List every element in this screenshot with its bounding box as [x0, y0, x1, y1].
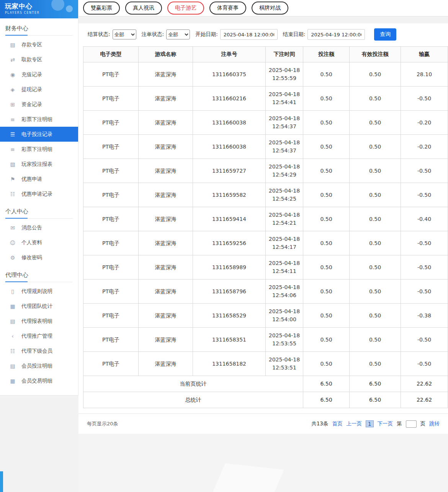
- next-page-link[interactable]: 下一页: [378, 420, 393, 427]
- settle-status-select[interactable]: 全部: [113, 29, 136, 39]
- agent-report-icon: ▤: [9, 318, 16, 324]
- table-cell: 湛蓝深海: [139, 231, 193, 255]
- sidebar-item-label: 资金记录: [21, 101, 42, 108]
- table-cell: PT电子: [83, 352, 139, 376]
- table-cell: 2025-04-18 12:53:51: [266, 352, 303, 376]
- per-page-label: 每页显示20条: [87, 420, 118, 427]
- sidebar-item-agent-rules[interactable]: ▯代理规则说明: [0, 284, 78, 299]
- lottery-bet-detail-icon: ≡: [9, 116, 16, 123]
- table-cell: 湛蓝深海: [139, 304, 193, 328]
- sidebar-item-withdraw[interactable]: ⇄取款专区: [0, 52, 78, 67]
- table-cell: 湛蓝深海: [139, 207, 193, 231]
- tab-live-video[interactable]: 真人视讯: [125, 2, 162, 15]
- section-title: 代理中心: [5, 268, 73, 282]
- withdraw-icon: ⇄: [9, 57, 16, 63]
- table-cell: -0.50: [401, 231, 448, 255]
- sidebar-item-agent-promotion[interactable]: ‹代理推广管理: [0, 329, 78, 343]
- sidebar-item-recharge-records[interactable]: ◉充值记录: [0, 67, 78, 82]
- table-cell: 2025-04-18 12:54:41: [266, 87, 303, 111]
- sidebar-item-label: 代理规则说明: [21, 288, 52, 295]
- sidebar-item-agent-report-details[interactable]: ▤代理报表明细: [0, 314, 78, 329]
- current-page[interactable]: 1: [366, 420, 374, 427]
- sidebar-item-funds-records[interactable]: ⊞资金记录: [0, 97, 78, 112]
- electronic-bet-record-icon: ☰: [9, 131, 16, 137]
- player-bet-report-icon: ▧: [9, 161, 16, 167]
- table-cell: 2025-04-18 12:55:59: [266, 62, 303, 87]
- promo-apply-icon: ⚑: [9, 176, 16, 182]
- sidebar-item-agent-team-stats[interactable]: ▦代理团队统计: [0, 299, 78, 314]
- tabs-bar: 雙赢彩票真人视讯电子游艺体育赛事棋牌对战: [78, 0, 448, 16]
- sidebar-item-player-bet-report[interactable]: ▧玩家投注报表: [0, 157, 78, 172]
- table-cell: 0.50: [350, 280, 401, 304]
- sidebar-item-promo-apply-records[interactable]: ☷优惠申请记录: [0, 186, 78, 201]
- sidebar-item-electronic-bet-records[interactable]: ☰电子投注记录: [0, 127, 78, 142]
- table-cell: -0.50: [401, 352, 448, 376]
- table-cell: -0.20: [401, 111, 448, 135]
- sidebar-item-profile[interactable]: ☺个人资料: [0, 235, 78, 250]
- column-header: 有效投注额: [350, 47, 401, 62]
- first-page-link[interactable]: 首页: [332, 420, 342, 427]
- table-cell: 2025-04-18 12:54:11: [266, 255, 303, 280]
- lottery-bet-detail-icon: ≡: [9, 146, 16, 152]
- tab-electronic-games[interactable]: 电子游艺: [167, 2, 204, 15]
- sidebar-item-agent-members[interactable]: ☷代理下级会员: [0, 343, 78, 358]
- settle-status-label: 结算状态:: [88, 31, 110, 38]
- table-cell: PT电子: [83, 255, 139, 280]
- table-cell: -0.38: [401, 304, 448, 328]
- bottom-space: [78, 434, 448, 492]
- sidebar-item-label: 消息公告: [21, 224, 42, 231]
- table-cell: PT电子: [83, 159, 139, 183]
- sidebar-item-change-password[interactable]: ⚙修改密码: [0, 250, 78, 265]
- page-jump-input[interactable]: [406, 420, 417, 428]
- watermark-shape: [202, 463, 284, 492]
- corner-decor: [0, 471, 3, 492]
- table-cell: PT电子: [83, 111, 139, 135]
- table-row: PT电子湛蓝深海13116602162025-04-18 12:54:410.5…: [83, 87, 448, 111]
- sidebar-item-member-bet-details[interactable]: ▤会员投注明细: [0, 358, 78, 373]
- end-date-input[interactable]: [307, 29, 365, 40]
- summary-value: 22.62: [401, 392, 448, 408]
- sidebar-section: 财务中心▤存款专区⇄取款专区◉充值记录◈提现记录⊞资金记录≡彩票下注明细☰电子投…: [0, 21, 78, 201]
- sidebar-item-label: 代理报表明细: [21, 318, 52, 325]
- sidebar-section: 代理中心▯代理规则说明▦代理团队统计▤代理报表明细‹代理推广管理☷代理下级会员▤…: [0, 268, 78, 388]
- table-cell: 0.50: [303, 183, 350, 207]
- sidebar-item-lottery-bet-details-2[interactable]: ≡彩票下注明细: [0, 142, 78, 157]
- sidebar: 玩家中心 PLAYERS CENTER 财务中心▤存款专区⇄取款专区◉充值记录◈…: [0, 0, 78, 396]
- column-header: 输赢: [401, 47, 448, 62]
- summary-row: 当前页统计6.506.5022.62: [83, 376, 448, 392]
- query-button[interactable]: 查询: [374, 28, 396, 41]
- sidebar-item-member-transactions[interactable]: ▦会员交易明细: [0, 373, 78, 388]
- table-cell: 0.50: [350, 328, 401, 352]
- start-date-input[interactable]: [220, 29, 278, 40]
- page-prefix: 第: [397, 420, 402, 427]
- table-cell: PT电子: [83, 304, 139, 328]
- order-status-label: 注单状态:: [142, 31, 164, 38]
- sidebar-item-deposit[interactable]: ▤存款专区: [0, 37, 78, 52]
- table-row: PT电子湛蓝深海13116589892025-04-18 12:54:110.5…: [83, 255, 448, 280]
- table-cell: -0.50: [401, 255, 448, 280]
- sidebar-item-withdrawal-records[interactable]: ◈提现记录: [0, 82, 78, 97]
- order-status-select[interactable]: 全部: [166, 29, 190, 39]
- sidebar-item-lottery-bet-details[interactable]: ≡彩票下注明细: [0, 112, 78, 127]
- deposit-icon: ▤: [9, 42, 16, 48]
- table-cell: 1311660038: [193, 135, 266, 159]
- tab-lottery[interactable]: 雙赢彩票: [83, 2, 120, 15]
- table-cell: 1311660038: [193, 111, 266, 135]
- table-row: PT电子湛蓝深海13116600382025-04-18 12:54:370.5…: [83, 111, 448, 135]
- sidebar-item-label: 电子投注记录: [21, 131, 52, 138]
- tab-board-games[interactable]: 棋牌对战: [252, 2, 288, 15]
- tab-sports[interactable]: 体育赛事: [209, 2, 246, 15]
- section-title: 个人中心: [5, 204, 73, 219]
- table-cell: 湛蓝深海: [139, 62, 193, 87]
- prev-page-link[interactable]: 上一页: [346, 420, 362, 427]
- column-header: 投注额: [303, 47, 350, 62]
- table-cell: 0.50: [350, 87, 401, 111]
- jump-link[interactable]: 跳转: [429, 420, 440, 427]
- table-cell: 2025-04-18 12:53:55: [266, 328, 303, 352]
- filter-panel: 结算状态: 全部 注单状态: 全部 开始日期: 结束日期: 查询: [78, 23, 448, 46]
- promo-apply-record-icon: ☷: [9, 191, 16, 197]
- sidebar-item-messages[interactable]: ✉消息公告: [0, 220, 78, 235]
- sidebar-item-promo-apply[interactable]: ⚑优惠申请: [0, 172, 78, 186]
- table-cell: 0.50: [303, 231, 350, 255]
- table-cell: 湛蓝深海: [139, 111, 193, 135]
